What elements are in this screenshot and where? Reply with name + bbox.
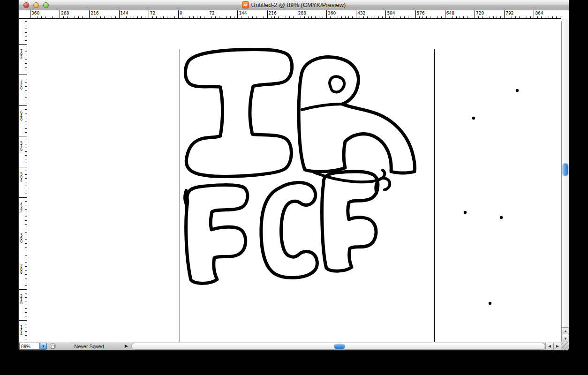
ruler-label: 3 6 0 (20, 233, 23, 243)
ruler-tick (171, 16, 171, 18)
ruler-tick (397, 16, 397, 18)
ruler-tick (200, 16, 201, 18)
ruler-tick (178, 10, 179, 19)
ruler-tick (25, 339, 27, 339)
chevron-down-icon: ▼ (42, 345, 45, 348)
ruler-tick (25, 82, 27, 83)
ruler-tick (515, 16, 516, 18)
ruler-tick (512, 16, 512, 18)
ruler-tick (441, 16, 442, 18)
ruler-tick (108, 16, 108, 18)
traffic-lights (23, 2, 49, 8)
ruler-tick (25, 274, 27, 275)
ruler-tick (25, 125, 27, 125)
ruler-tick (25, 255, 27, 255)
ruler-tick (286, 16, 286, 18)
ruler-tick (330, 16, 331, 18)
ruler-label: 5 7 6 (20, 142, 23, 151)
ruler-tick (449, 16, 449, 18)
ruler-tick (38, 16, 38, 18)
ruler-tick (345, 16, 346, 18)
ruler-tick (25, 240, 27, 240)
ruler-tick (430, 16, 430, 18)
zoom-button[interactable] (43, 2, 49, 8)
scroll-down-button[interactable]: ▼ (562, 335, 569, 342)
close-button[interactable] (23, 2, 29, 8)
document-proxy-icon[interactable]: Ai (242, 1, 249, 8)
status-text[interactable]: Never Saved (56, 342, 122, 351)
ruler-tick (445, 10, 445, 19)
stray-dot (472, 117, 475, 120)
ruler-label: 7 2 0 (20, 80, 23, 90)
ruler-label: 576 (417, 11, 425, 15)
ruler-tick (245, 16, 245, 18)
ruler-tick (19, 167, 27, 167)
ruler-tick (25, 213, 27, 213)
ruler-tick (25, 331, 27, 332)
ruler-tick (241, 16, 241, 18)
ruler-tick (25, 278, 27, 278)
ruler-tick (25, 194, 27, 194)
ruler-tick (25, 155, 27, 156)
arrow-left-icon: ◀ (548, 344, 551, 348)
ruler-tick (367, 16, 368, 18)
ruler-tick (25, 148, 27, 148)
scroll-right-button[interactable]: ▶ (553, 343, 561, 350)
ruler-tick (25, 56, 27, 56)
ruler-tick (141, 16, 142, 18)
vertical-scroll-thumb[interactable] (562, 163, 568, 176)
stray-dot (489, 302, 491, 305)
vertical-scrollbar[interactable]: ▲ ▼ (561, 19, 569, 342)
window-title: Untitled-2 @ 89% (CMYK/Preview) (251, 1, 346, 8)
stray-dot (464, 211, 467, 214)
ruler-tick (527, 16, 527, 18)
zoom-level-field[interactable]: 89% (19, 343, 40, 350)
ruler-tick (311, 16, 312, 18)
ruler-tick (341, 16, 342, 18)
resize-grip[interactable] (561, 342, 569, 351)
artwork-svg (27, 19, 561, 342)
ruler-tick (25, 37, 27, 37)
ruler-tick (412, 16, 412, 18)
ruler-top[interactable]: 3602882161447207214421628836043250457664… (27, 10, 561, 19)
ruler-tick (271, 16, 271, 18)
ruler-tick (230, 16, 231, 18)
ruler-tick (289, 16, 290, 18)
ruler-label: 0 (180, 11, 182, 15)
ruler-tick (19, 197, 27, 198)
status-menu-arrow-icon[interactable]: ▶ (125, 344, 128, 348)
ruler-tick (475, 10, 475, 19)
minimize-button[interactable] (33, 2, 39, 8)
document-status-icon (50, 343, 56, 349)
ruler-label: 5 0 4 (20, 172, 23, 182)
ruler-label: 216 (269, 11, 277, 15)
ruler-tick (130, 16, 130, 18)
stray-dot (516, 89, 519, 92)
horizontal-scrollbar[interactable] (131, 343, 545, 350)
horizontal-scroll-thumb[interactable] (334, 344, 345, 349)
ruler-tick (25, 182, 27, 182)
desktop: { "window": { "title": "Untitled-2 @ 89%… (0, 0, 588, 375)
titlebar[interactable]: Ai Untitled-2 @ 89% (CMYK/Preview) (19, 0, 569, 10)
ruler-tick (45, 16, 45, 18)
scroll-up-button[interactable]: ▲ (562, 327, 569, 334)
ruler-tick (149, 10, 149, 19)
ruler-tick (490, 16, 490, 18)
zoom-dropdown-button[interactable]: ▼ (40, 343, 47, 350)
ruler-left[interactable]: 7 9 27 2 06 4 85 7 65 0 44 3 23 6 02 8 8… (19, 19, 27, 342)
ruler-tick (25, 266, 27, 267)
ruler-tick (25, 121, 27, 121)
ruler-tick (434, 16, 434, 18)
ruler-tick (19, 44, 27, 45)
ruler-tick (486, 16, 486, 18)
canvas[interactable] (27, 19, 561, 342)
ruler-tick (30, 10, 30, 19)
ruler-label: 2 8 8 (20, 264, 23, 274)
ruler-tick (25, 282, 27, 282)
scroll-left-button[interactable]: ◀ (545, 343, 553, 350)
ruler-tick (541, 16, 542, 18)
ruler-tick (25, 144, 27, 144)
ruler-tick (352, 16, 353, 18)
ruler-tick (25, 90, 27, 90)
ruler-label: 72 (209, 11, 214, 15)
